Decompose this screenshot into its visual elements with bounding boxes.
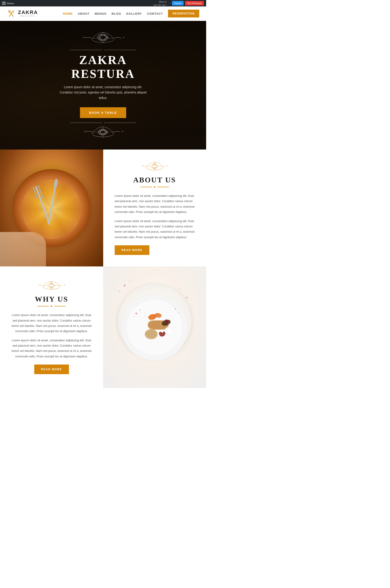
svg-point-45 <box>165 327 172 335</box>
svg-point-8 <box>104 34 108 38</box>
about-us-inner: ABOUT US ◆ Lorem ipsum dolor sit amet, c… <box>115 161 195 255</box>
site-header: ZAKRA RESTURA HOME ABOUT MENUS BLOG GALL… <box>0 6 206 21</box>
about-us-content: ABOUT US ◆ Lorem ipsum dolor sit amet, c… <box>103 150 206 266</box>
svg-point-52 <box>173 306 173 307</box>
svg-point-47 <box>135 313 137 314</box>
nav-gallery[interactable]: GALLERY <box>126 12 142 15</box>
svg-point-7 <box>98 34 102 38</box>
logo-text: ZAKRA RESTURA <box>18 10 38 17</box>
nav-contact[interactable]: CONTACT <box>147 12 163 15</box>
about-read-more-button[interactable]: READ MORE <box>115 245 149 255</box>
svg-point-19 <box>104 132 107 135</box>
logo-icon <box>7 9 16 18</box>
about-us-title: ABOUT US <box>115 176 195 184</box>
svg-point-46 <box>166 329 168 331</box>
ornament-top <box>59 30 146 47</box>
hero-section: ZAKRA RESTURA Lorem ipsum dolor sit amet… <box>0 21 206 150</box>
nav-about[interactable]: ABOUT <box>78 12 89 15</box>
svg-point-50 <box>175 308 176 310</box>
hero-title: ZAKRA RESTURA <box>59 53 146 81</box>
about-title-line: ◆ <box>115 186 195 188</box>
reservation-button[interactable]: RESERVATION <box>168 10 199 17</box>
nav-home[interactable]: HOME <box>63 12 73 15</box>
fancy-food-image <box>103 266 206 388</box>
svg-point-49 <box>134 317 135 317</box>
svg-point-44 <box>146 330 156 337</box>
why-text-1: Lorem ipsum dolor sit amet, consectetur … <box>11 312 92 334</box>
premium-button[interactable]: Go Premium <box>185 1 204 5</box>
book-table-button[interactable]: BOOK A TABLE <box>80 107 126 118</box>
import-button[interactable]: Import <box>172 1 184 5</box>
fancy-food-photo <box>103 266 206 388</box>
hero-content: ZAKRA RESTURA Lorem ipsum dolor sit amet… <box>55 26 151 145</box>
nav-menus[interactable]: MENUS <box>95 12 107 15</box>
about-us-section: ABOUT US ◆ Lorem ipsum dolor sit amet, c… <box>0 150 206 266</box>
about-text-2: Lorem ipsum dolor sit amet, consectetur … <box>115 218 195 240</box>
svg-point-18 <box>98 132 102 135</box>
admin-bar: Demos Want toget this site? → Import Go … <box>0 0 206 6</box>
logo-area[interactable]: ZAKRA RESTURA <box>7 9 38 18</box>
pizza-photo <box>0 150 103 266</box>
hero-subtitle: Lorem ipsum dolor sit amet, consectetur … <box>59 84 146 101</box>
why-us-section: WHY US ◆ Lorem ipsum dolor sit amet, con… <box>0 266 206 388</box>
want-to-text: Want toget this site? <box>154 0 167 6</box>
pizza-image <box>0 150 103 266</box>
why-title-line: ◆ <box>11 305 92 307</box>
svg-point-48 <box>139 309 140 311</box>
ornament-bottom <box>59 123 146 140</box>
svg-point-16 <box>98 129 102 132</box>
admin-bar-right: Want toget this site? → Import Go Premiu… <box>154 0 204 6</box>
why-ornament <box>11 280 92 293</box>
nav-blog[interactable]: BLOG <box>112 12 121 15</box>
svg-point-9 <box>98 37 102 41</box>
logo-sub: RESTURA <box>18 15 38 17</box>
why-us-content: WHY US ◆ Lorem ipsum dolor sit amet, con… <box>0 266 103 388</box>
grid-icon <box>2 1 5 5</box>
why-us-inner: WHY US ◆ Lorem ipsum dolor sit amet, con… <box>11 280 92 374</box>
svg-point-10 <box>104 37 108 41</box>
logo-title: ZAKRA <box>18 10 38 15</box>
arrow-icon: → <box>168 2 171 4</box>
why-us-title: WHY US <box>11 295 92 303</box>
about-ornament <box>115 161 195 173</box>
admin-bar-left: Demos <box>2 1 14 5</box>
why-read-more-button[interactable]: READ MORE <box>34 365 69 374</box>
svg-point-17 <box>104 129 107 132</box>
why-text-2: Lorem ipsum dolor sit amet, consectetur … <box>11 338 92 359</box>
about-text-1: Lorem ipsum dolor sit amet, consectetur … <box>115 193 195 215</box>
svg-point-51 <box>178 312 179 313</box>
demos-label[interactable]: Demos <box>7 2 14 4</box>
main-nav: HOME ABOUT MENUS BLOG GALLERY CONTACT RE… <box>63 10 199 17</box>
